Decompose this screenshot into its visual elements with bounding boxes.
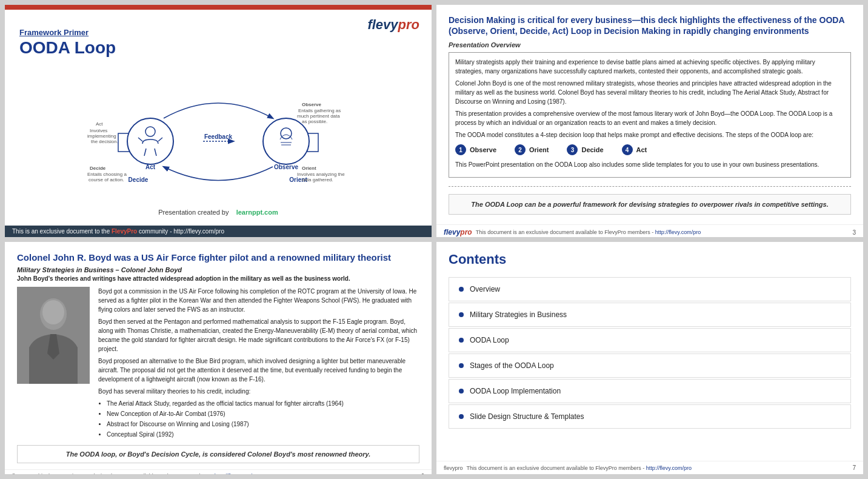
logo-flevy-text: flevy [367,17,398,32]
footer-url: community - http://flevy.com/pro [139,228,224,235]
slide2-body: Decision Making is critical for every bu… [436,5,863,224]
slide3-subheading: John Boyd's theories and writings have a… [17,275,419,282]
contents-item-2: Military Strategies in Business [449,303,851,327]
divider-line [449,186,851,187]
ooda-loop-title: OODA Loop [19,38,417,58]
footer-logo-pro: pro [460,228,472,236]
slide-1: flevypro Framework Primer OODA Loop [5,5,432,237]
overview-para1: Military strategists apply their trainin… [455,58,844,76]
slide1-footer: This is an exclusive document to the Fle… [5,226,432,237]
contents-item-4: Stages of the OODA Loop [449,353,851,378]
step-act: 4 Act [622,144,647,155]
logo-pro-text: pro [398,17,419,32]
svg-text:Orient
          Involves anal: Orient Involves analyzing the data gathe… [297,161,347,183]
bio-publications-list: The Aerial Attack Study, regarded as the… [107,399,419,439]
bullet-2 [459,312,464,317]
slide3-subtitle: Military Strategies in Business – Colone… [17,266,419,273]
slide4-body: Contents Overview Military Strategies in… [436,242,863,461]
step-observe: 1 Observe [455,144,496,155]
slide3-footer-url: http://flevy.com/pro [215,473,260,474]
publication-2: New Conception of Air-to-Air Combat (197… [107,409,419,418]
contents-label-5: OODA Loop Implementation [470,387,561,395]
boyd-photo [17,287,90,384]
contents-item-1: Overview [449,277,851,301]
svg-text:Observe: Observe [274,164,298,170]
svg-text:Decide
          Entails choos: Decide Entails choosing a course of acti… [87,161,129,183]
footer-logo-pro4: pro [455,465,463,471]
contents-title: Contents [449,252,851,267]
conclusion-box: The OODA Loop can be a powerful framewor… [449,194,851,215]
contents-item-3: OODA Loop [449,328,851,352]
bullet-1 [459,287,464,292]
flevypro-logo: flevypro [367,17,419,33]
svg-point-2 [263,118,309,164]
slide3-main-title: Colonel John R. Boyd was a US Air Force … [17,252,419,264]
boyd-photo-inner [17,287,90,384]
top-red-bar [5,5,432,10]
footer-flevypro-logo: flevypro [444,228,472,236]
step3-label: Decide [581,145,603,155]
contents-label-3: OODA Loop [470,336,509,344]
slide3-body: Colonel John R. Boyd was a US Air Force … [5,242,432,469]
bullet-5 [459,389,464,394]
framework-primer-label: Framework Primer [19,28,417,37]
slide4-footer-logo: flevypro [444,465,463,471]
bio-para2: Boyd then served at the Pentagon and per… [98,317,419,353]
step4-num: 4 [622,144,633,155]
step3-num: 3 [567,144,578,155]
contents-item-6: Slide Design Structure & Templates [449,404,851,429]
footer-logo-pro3: pro [24,473,32,474]
svg-text:Act: Act [96,121,103,127]
svg-point-0 [127,118,173,164]
step1-num: 1 [455,144,466,155]
slide4-number: 7 [852,464,856,471]
boyd-silhouette [17,287,90,384]
contents-label-1: Overview [470,285,500,293]
overview-box: Military strategists apply their trainin… [449,52,851,178]
contents-list: Overview Military Strategies in Business… [449,277,851,430]
ooda-svg: Act Observe Decide Orient Feedback Act I… [85,76,352,191]
svg-text:Observe
          Entails gath: Observe Entails gathering as much pertin… [297,98,344,124]
slide4-footer: flevypro This document is an exclusive d… [436,461,863,474]
overview-para2: Colonel John Boyd is one of the most ren… [455,79,844,106]
slide-3: Colonel John R. Boyd was a US Air Force … [5,242,432,474]
contents-label-6: Slide Design Structure & Templates [470,412,584,421]
contents-item-5: OODA Loop Implementation [449,379,851,403]
footer-brand: FlevyPro [112,228,137,235]
bio-para3: Boyd proposed an alternative to the Blue… [98,357,419,384]
step2-num: 2 [515,144,526,155]
svg-text:Act: Act [145,164,156,170]
overview-para3: This presentation provides a comprehensi… [455,109,844,127]
overview-para5: This PowerPoint presentation on the OODA… [455,160,844,169]
step1-label: Observe [470,145,496,155]
slide3-quote-box: The OODA loop, or Boyd's Decision Cycle,… [17,445,419,463]
ooda-diagram: Act Observe Decide Orient Feedback Act I… [19,58,417,209]
slide3-main-body: Boyd got a commission in the US Air Forc… [17,287,419,440]
slide3-footer: flevypro This document is an exclusive d… [5,469,432,475]
presentation-overview-label: Presentation Overview [449,41,851,49]
footer-logo-flevy4: flevy [444,465,455,471]
boyd-biography-text: Boyd got a commission in the US Air Forc… [98,287,419,440]
slide1-body: flevypro Framework Primer OODA Loop [5,10,432,226]
ooda-steps-row: 1 Observe 2 Orient 3 Decide 4 Act [455,144,844,155]
publication-4: Conceptual Spiral (1992) [107,430,419,439]
created-by-label: Presentation created by [158,209,229,216]
slide-2: Decision Making is critical for every bu… [436,5,863,237]
slide4-footer-url: http://flevy.com/pro [646,465,692,471]
slide3-number: 6 [421,473,424,475]
contents-label-2: Military Strategies in Business [470,310,567,319]
slide2-main-title: Decision Making is critical for every bu… [449,15,851,36]
footer-logo-flevy3: flevy [12,473,24,474]
svg-text:Feedback: Feedback [204,133,233,140]
svg-text:Involves
          implementin: Involves implementing the decision. [87,124,119,144]
slide4-footer-note: This document is an exclusive document a… [467,465,645,471]
publication-1: The Aerial Attack Study, regarded as the… [107,399,419,408]
credit-text: Presentation created by learnppt.com [19,209,417,219]
slide-number: 3 [852,229,856,236]
footer-text: This is an exclusive document to the [12,228,110,235]
bio-para1: Boyd got a commission in the US Air Forc… [98,287,419,314]
footer-note: This document is an exclusive document a… [476,229,654,235]
svg-point-16 [42,300,64,324]
bio-list-intro: Boyd has several military theories to hi… [98,387,419,396]
slide3-footer-note: This document is an exclusive document a… [35,473,213,474]
